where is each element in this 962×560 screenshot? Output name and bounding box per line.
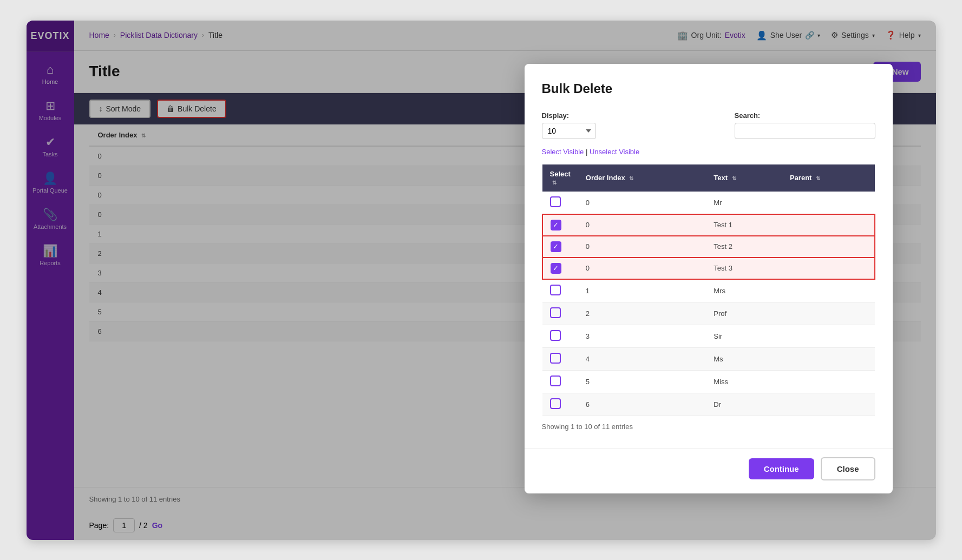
cell-order-index: 0 <box>578 236 706 258</box>
cell-checkbox[interactable]: ✓ <box>542 214 578 236</box>
continue-button[interactable]: Continue <box>749 458 814 479</box>
cell-text: Mrs <box>706 279 782 302</box>
modal-table-row[interactable]: 3 Sir <box>542 325 875 347</box>
cell-order-index: 0 <box>578 214 706 236</box>
cell-text: Miss <box>706 370 782 393</box>
search-control: Search: <box>735 111 875 139</box>
modal-col-order-index[interactable]: Order Index ⇅ <box>578 164 706 192</box>
cell-checkbox[interactable]: ✓ <box>542 258 578 279</box>
checkbox[interactable] <box>550 307 561 318</box>
modal-overlay: Bulk Delete Display: 10 25 50 100 Search… <box>27 21 936 540</box>
checkbox[interactable]: ✓ <box>551 241 561 252</box>
modal-controls: Display: 10 25 50 100 Search: <box>542 111 875 139</box>
cell-checkbox[interactable] <box>542 302 578 325</box>
select-links-bar: Select Visible | Unselect Visible <box>542 148 875 156</box>
cell-text: Test 3 <box>706 258 782 279</box>
checkbox[interactable] <box>550 375 561 386</box>
cell-checkbox[interactable] <box>542 279 578 302</box>
cell-order-index: 0 <box>578 258 706 279</box>
cell-order-index: 0 <box>578 192 706 214</box>
checkbox[interactable] <box>550 330 561 341</box>
search-label: Search: <box>735 111 875 120</box>
cell-parent <box>782 192 875 214</box>
modal-footer-text: Showing 1 to 10 of 11 entries <box>542 423 875 431</box>
modal-col-text[interactable]: Text ⇅ <box>706 164 782 192</box>
cell-parent <box>782 302 875 325</box>
cell-parent <box>782 236 875 258</box>
checkbox[interactable] <box>550 353 561 364</box>
display-control: Display: 10 25 50 100 <box>542 111 596 139</box>
modal-table-row[interactable]: ✓ 0 Test 1 <box>542 214 875 236</box>
modal-table-row[interactable]: 2 Prof <box>542 302 875 325</box>
display-select[interactable]: 10 25 50 100 <box>542 123 596 139</box>
cell-text: Dr <box>706 393 782 416</box>
cell-text: Mr <box>706 192 782 214</box>
close-button[interactable]: Close <box>821 457 875 480</box>
modal-table-row[interactable]: 5 Miss <box>542 370 875 393</box>
cell-parent <box>782 347 875 370</box>
modal-table-row[interactable]: 4 Ms <box>542 347 875 370</box>
cell-checkbox[interactable] <box>542 347 578 370</box>
bulk-delete-modal: Bulk Delete Display: 10 25 50 100 Search… <box>525 64 893 493</box>
cell-order-index: 1 <box>578 279 706 302</box>
cell-order-index: 5 <box>578 370 706 393</box>
cell-text: Test 2 <box>706 236 782 258</box>
checkbox[interactable] <box>550 196 561 207</box>
app-container: EVOTIX ⌂ Home ⊞ Modules ✔ Tasks 👤 Portal… <box>27 21 936 540</box>
modal-table: Select ⇅ Order Index ⇅ Text ⇅ Parent ⇅ 0… <box>542 164 875 416</box>
modal-col-parent[interactable]: Parent ⇅ <box>782 164 875 192</box>
cell-order-index: 4 <box>578 347 706 370</box>
unselect-visible-link[interactable]: Unselect Visible <box>590 148 639 156</box>
modal-footer-buttons: Continue Close <box>525 448 893 493</box>
cell-checkbox[interactable] <box>542 192 578 214</box>
modal-table-row[interactable]: ✓ 0 Test 3 <box>542 258 875 279</box>
cell-parent <box>782 370 875 393</box>
cell-parent <box>782 214 875 236</box>
modal-table-row[interactable]: 1 Mrs <box>542 279 875 302</box>
cell-parent <box>782 325 875 347</box>
modal-body: Bulk Delete Display: 10 25 50 100 Search… <box>525 64 893 448</box>
modal-table-row[interactable]: 0 Mr <box>542 192 875 214</box>
checkbox[interactable] <box>550 285 561 295</box>
cell-checkbox[interactable]: ✓ <box>542 236 578 258</box>
checkbox[interactable] <box>550 398 561 409</box>
cell-checkbox[interactable] <box>542 393 578 416</box>
cell-checkbox[interactable] <box>542 370 578 393</box>
checkbox[interactable]: ✓ <box>551 263 561 274</box>
cell-order-index: 2 <box>578 302 706 325</box>
modal-table-row[interactable]: ✓ 0 Test 2 <box>542 236 875 258</box>
cell-text: Test 1 <box>706 214 782 236</box>
checkbox[interactable]: ✓ <box>551 220 561 230</box>
cell-parent <box>782 279 875 302</box>
search-input[interactable] <box>735 123 875 139</box>
cell-parent <box>782 393 875 416</box>
cell-order-index: 3 <box>578 325 706 347</box>
modal-title: Bulk Delete <box>542 81 875 96</box>
cell-order-index: 6 <box>578 393 706 416</box>
cell-checkbox[interactable] <box>542 325 578 347</box>
modal-table-row[interactable]: 6 Dr <box>542 393 875 416</box>
modal-col-select: Select ⇅ <box>542 164 578 192</box>
select-visible-link[interactable]: Select Visible <box>542 148 584 156</box>
cell-text: Prof <box>706 302 782 325</box>
cell-parent <box>782 258 875 279</box>
pipe-separator: | <box>586 148 590 156</box>
cell-text: Ms <box>706 347 782 370</box>
display-label: Display: <box>542 111 596 120</box>
cell-text: Sir <box>706 325 782 347</box>
